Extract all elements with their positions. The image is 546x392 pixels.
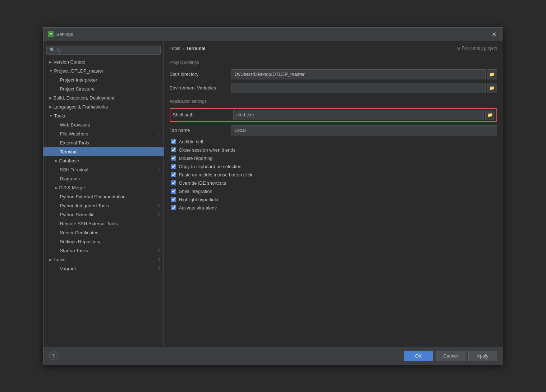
apply-button[interactable]: Apply: [468, 351, 497, 361]
sidebar-list: ▶Version Control⊙▼Project: DTLDP_master⊙…: [43, 57, 164, 273]
sidebar-item-external-tools[interactable]: External Tools: [43, 138, 164, 147]
app-icon: [48, 31, 54, 37]
checkbox-label-override-ide: Override IDE shortcuts: [179, 180, 226, 186]
help-button[interactable]: ?: [49, 351, 58, 360]
checkbox-row-audible-bell: Audible bell: [170, 139, 497, 144]
sidebar-item-version-control[interactable]: ▶Version Control⊙: [43, 57, 164, 66]
sidebar-item-label: Languages & Frameworks: [54, 104, 108, 110]
sidebar-item-python-scientific[interactable]: Python Scientific⊙: [43, 210, 164, 219]
copy-icon: ⊙: [157, 149, 161, 154]
tab-name-row: Tab name: [170, 125, 497, 135]
footer: ? OK Cancel Apply: [43, 347, 503, 365]
sidebar-item-remote-ssh[interactable]: Remote SSH External Tools: [43, 219, 164, 228]
checkbox-mouse-reporting[interactable]: [171, 156, 176, 161]
checkbox-row-close-session: Close session when it ends: [170, 147, 497, 153]
checkbox-label-copy-clipboard: Copy to clipboard on selection: [179, 164, 242, 169]
copy-icon: ⊙: [157, 203, 161, 208]
sidebar-item-python-external-doc[interactable]: Python External Documentation: [43, 192, 164, 201]
checkbox-paste-middle[interactable]: [171, 172, 176, 177]
sidebar-item-project-interpreter[interactable]: Project Interpreter⊙: [43, 75, 164, 84]
sidebar-item-project-dtldp[interactable]: ▼Project: DTLDP_master⊙: [43, 66, 164, 75]
copy-icon: ⊙: [157, 257, 161, 262]
sidebar-item-label: Python Scientific: [60, 212, 95, 217]
sidebar-item-file-watchers[interactable]: File Watchers⊙: [43, 129, 164, 138]
tab-name-label: Tab name: [170, 128, 227, 133]
start-directory-wrap: 📁: [231, 69, 497, 79]
close-button[interactable]: ✕: [490, 30, 499, 38]
checkbox-override-ide[interactable]: [171, 180, 176, 185]
arrow-icon: ▶: [49, 105, 52, 109]
breadcrumb-current: Terminal: [186, 46, 205, 51]
arrow-icon: ▶: [49, 60, 52, 64]
shell-path-wrap: 📁: [233, 110, 495, 120]
search-box[interactable]: 🔍: [46, 46, 161, 55]
panel-header: Tools › Terminal ⊙ For current project: [164, 41, 503, 54]
sidebar-item-vagrant[interactable]: Vagrant⊙: [43, 264, 164, 273]
sidebar-item-label: Project Interpreter: [60, 77, 97, 83]
shell-path-input[interactable]: [233, 110, 484, 120]
start-directory-input[interactable]: [231, 69, 486, 79]
arrow-icon: ▶: [49, 258, 52, 262]
breadcrumb-parent: Tools: [170, 46, 180, 51]
checkbox-copy-clipboard[interactable]: [171, 164, 176, 169]
start-directory-row: Start directory 📁: [170, 69, 497, 79]
checkbox-audible-bell[interactable]: [171, 139, 176, 144]
sidebar-item-project-structure[interactable]: Project Structure: [43, 84, 164, 93]
sidebar-item-languages-frameworks[interactable]: ▶Languages & Frameworks: [43, 102, 164, 111]
search-input[interactable]: [57, 47, 157, 53]
sidebar-item-tasks[interactable]: ▶Tasks⊙: [43, 255, 164, 264]
sidebar-item-label: Tools: [54, 113, 65, 119]
sidebar-item-label: Diagrams: [60, 176, 80, 181]
svg-rect-1: [50, 34, 52, 34]
sidebar-item-label: External Tools: [60, 140, 89, 146]
current-project-button[interactable]: ⊙ For current project: [456, 46, 497, 51]
breadcrumb: Tools › Terminal ⊙ For current project: [170, 46, 497, 51]
checkbox-highlight-hyperlinks[interactable]: [171, 197, 176, 202]
sidebar-item-label: Diff & Merge: [59, 185, 85, 190]
env-variables-input[interactable]: [231, 83, 486, 93]
sidebar-item-terminal[interactable]: Terminal⊙: [43, 147, 164, 156]
cancel-button[interactable]: Cancel: [436, 351, 465, 361]
checkbox-label-activate-virtualenv: Activate virtualenv: [179, 205, 217, 211]
env-variables-row: Environment Variables 📁: [170, 83, 497, 93]
tab-name-input[interactable]: [231, 125, 497, 135]
start-directory-label: Start directory: [170, 72, 227, 77]
shell-path-browse[interactable]: 📁: [485, 110, 495, 120]
ok-button[interactable]: OK: [404, 351, 433, 361]
settings-window: Settings ✕ 🔍 ▶Version Control⊙▼Project: …: [43, 27, 503, 365]
copy-icon: ⊙: [456, 46, 460, 51]
arrow-icon: ▼: [49, 114, 53, 118]
arrow-icon: ▶: [55, 186, 58, 190]
env-variables-label: Environment Variables: [170, 85, 227, 91]
start-directory-browse[interactable]: 📁: [487, 69, 497, 79]
sidebar-item-web-browsers[interactable]: Web Browsers: [43, 120, 164, 129]
copy-icon: ⊙: [157, 266, 161, 271]
checkbox-row-mouse-reporting: Mouse reporting: [170, 156, 497, 161]
checkbox-shell-integration[interactable]: [171, 189, 176, 194]
checkbox-row-highlight-hyperlinks: Highlight hyperlinks: [170, 197, 497, 202]
sidebar-item-build-execution[interactable]: ▶Build, Execution, Deployment: [43, 93, 164, 102]
titlebar: Settings ✕: [43, 28, 503, 41]
sidebar-item-python-integrated[interactable]: Python Integrated Tools⊙: [43, 201, 164, 210]
sidebar-item-database[interactable]: ▶Database: [43, 156, 164, 165]
sidebar-item-label: Terminal: [60, 149, 78, 155]
checkbox-close-session[interactable]: [171, 147, 176, 152]
sidebar-item-server-certs[interactable]: Server Certificates: [43, 228, 164, 237]
sidebar-item-ssh-terminal[interactable]: SSH Terminal⊙: [43, 165, 164, 174]
env-variables-browse[interactable]: 📁: [487, 83, 497, 93]
sidebar-item-diagrams[interactable]: Diagrams: [43, 174, 164, 183]
main-content: 🔍 ▶Version Control⊙▼Project: DTLDP_maste…: [43, 41, 503, 347]
sidebar-item-label: Version Control: [54, 59, 86, 65]
panel-body: Project settings Start directory 📁 Envir…: [164, 54, 503, 347]
sidebar-item-settings-repo[interactable]: Settings Repository: [43, 237, 164, 246]
arrow-icon: ▶: [49, 96, 52, 100]
breadcrumb-sep: ›: [183, 46, 184, 51]
sidebar-item-startup-tasks[interactable]: Startup Tasks⊙: [43, 246, 164, 255]
shell-path-highlighted-row: Shell path 📁: [170, 108, 497, 122]
sidebar-item-tools[interactable]: ▼Tools: [43, 111, 164, 120]
sidebar-item-diff-merge[interactable]: ▶Diff & Merge: [43, 183, 164, 192]
checkbox-activate-virtualenv[interactable]: [171, 205, 176, 210]
checkbox-row-copy-clipboard: Copy to clipboard on selection: [170, 164, 497, 169]
current-project-label: For current project: [462, 46, 497, 51]
checkbox-label-audible-bell: Audible bell: [179, 139, 203, 144]
